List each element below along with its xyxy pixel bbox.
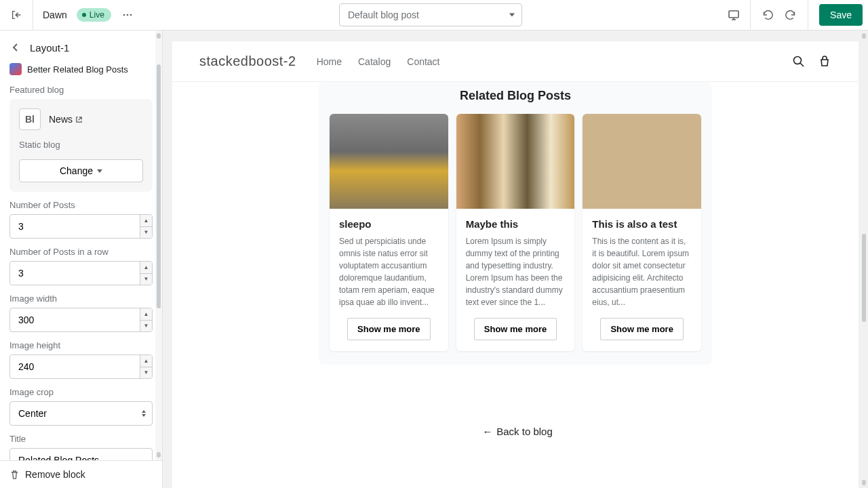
image-width-label: Image width [9, 293, 153, 304]
live-badge: Live [77, 8, 111, 22]
page-selector[interactable]: Default blog post [339, 3, 522, 26]
section-title: Layout-1 [30, 42, 69, 54]
preview-pane: stackedboost-2 Home Catalog Contact Rela… [163, 30, 868, 488]
title-field-label: Title [9, 434, 153, 444]
show-more-button[interactable]: Show me more [600, 318, 683, 340]
desktop-icon [727, 8, 741, 22]
featured-blog-label: Featured blog [9, 85, 153, 95]
blog-card: This is also a test This is the content … [583, 114, 701, 351]
stepper-up[interactable]: ▲ [140, 215, 152, 227]
store-brand[interactable]: stackedboost-2 [199, 54, 296, 69]
dots-icon [122, 9, 133, 20]
nav-contact[interactable]: Contact [407, 56, 439, 67]
image-crop-label: Image crop [9, 387, 153, 397]
stepper-down[interactable]: ▼ [140, 367, 152, 379]
undo-button[interactable] [756, 4, 778, 26]
title-input[interactable] [9, 448, 153, 460]
image-width-input[interactable] [9, 308, 153, 332]
card-image [456, 114, 575, 209]
show-more-button[interactable]: Show me more [347, 318, 430, 340]
svg-point-0 [123, 14, 125, 16]
image-height-input[interactable] [9, 354, 153, 379]
card-title: This is also a test [592, 218, 692, 230]
stepper-down[interactable]: ▼ [140, 321, 152, 332]
card-title: Maybe this [466, 218, 566, 230]
back-button[interactable] [8, 40, 23, 55]
save-button[interactable]: Save [819, 4, 863, 26]
stepper-down[interactable]: ▼ [140, 227, 152, 239]
stepper-up[interactable]: ▲ [140, 262, 152, 274]
blog-picker: Bl News Static blog Change [9, 99, 153, 192]
exit-button[interactable] [5, 4, 27, 26]
search-icon[interactable] [792, 55, 806, 68]
card-image [330, 114, 448, 209]
svg-point-4 [794, 56, 802, 64]
undo-icon [761, 9, 773, 21]
caret-down-icon [97, 169, 102, 173]
card-excerpt: This is the content as it is, it is beau… [592, 235, 692, 308]
theme-name: Dawn [39, 9, 71, 20]
svg-point-1 [127, 14, 129, 16]
nav-catalog[interactable]: Catalog [358, 56, 391, 67]
nav-home[interactable]: Home [317, 56, 342, 67]
blog-name[interactable]: News [49, 114, 83, 125]
blog-icon: Bl [19, 108, 41, 130]
redo-button[interactable] [781, 4, 802, 26]
exit-icon [10, 9, 22, 21]
redo-icon [785, 9, 797, 21]
live-label: Live [90, 10, 104, 20]
arrow-left-icon: ← [482, 426, 492, 437]
topbar: Dawn Live Default blog post Save [0, 0, 868, 30]
num-posts-label: Number of Posts [9, 200, 153, 210]
stepper-down[interactable]: ▼ [140, 274, 152, 285]
blog-card: sleepo Sed ut perspiciatis unde omnis is… [330, 114, 448, 351]
num-posts-input[interactable] [9, 214, 153, 239]
card-excerpt: Sed ut perspiciatis unde omnis iste natu… [339, 235, 439, 308]
static-blog-text: Static blog [19, 140, 143, 150]
more-actions-button[interactable] [117, 4, 138, 26]
svg-point-2 [130, 14, 132, 16]
external-link-icon [75, 116, 83, 123]
app-icon [9, 63, 22, 75]
page-selector-label: Default blog post [348, 9, 419, 20]
num-posts-row-input[interactable] [9, 261, 153, 285]
store-header: stackedboost-2 Home Catalog Contact [172, 41, 859, 82]
settings-sidebar: Layout-1 Better Related Blog Posts Featu… [0, 30, 163, 488]
related-title: Related Blog Posts [319, 82, 712, 114]
image-height-label: Image height [9, 340, 153, 350]
related-posts-block: Related Blog Posts sleepo Sed ut perspic… [319, 82, 712, 365]
change-blog-button[interactable]: Change [19, 159, 143, 182]
card-excerpt: Lorem Ipsum is simply dummy text of the … [466, 235, 566, 308]
trash-icon [9, 470, 20, 480]
stepper-up[interactable]: ▲ [140, 308, 152, 321]
blog-card: Maybe this Lorem Ipsum is simply dummy t… [456, 114, 575, 351]
remove-block-button[interactable]: Remove block [0, 460, 162, 488]
card-image [583, 114, 701, 209]
live-dot-icon [82, 13, 86, 17]
viewport-desktop-button[interactable] [723, 4, 745, 26]
app-name: Better Related Blog Posts [27, 64, 128, 75]
stepper-up[interactable]: ▲ [140, 355, 152, 367]
show-more-button[interactable]: Show me more [474, 318, 557, 340]
card-title: sleepo [339, 218, 439, 230]
cart-icon[interactable] [818, 55, 831, 68]
chevron-left-icon [11, 43, 20, 52]
image-crop-select[interactable] [9, 401, 153, 426]
back-to-blog-link[interactable]: ←Back to blog [172, 426, 859, 437]
caret-down-icon [509, 14, 515, 17]
svg-rect-3 [729, 11, 738, 18]
num-posts-row-label: Number of Posts in a row [9, 247, 153, 257]
